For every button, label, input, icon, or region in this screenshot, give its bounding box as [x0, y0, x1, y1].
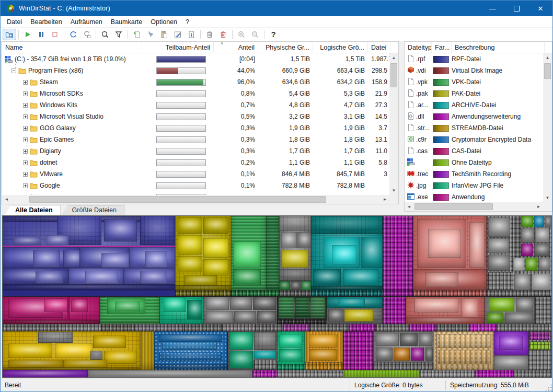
- treemap-block[interactable]: [376, 333, 399, 346]
- treemap-block[interactable]: [301, 281, 311, 290]
- file-type-row[interactable]: .vdiVirtual Disk Image: [405, 65, 543, 76]
- treemap-block[interactable]: [254, 351, 276, 359]
- treemap-block[interactable]: [14, 237, 41, 245]
- column-header-logical[interactable]: Logische Grö...: [313, 42, 368, 53]
- tree-row[interactable]: GOG Galaxy0,3%1,9 GiB1,9 GiB3.7: [2, 122, 389, 134]
- treemap-block[interactable]: [3, 284, 175, 290]
- treemap-block[interactable]: [184, 275, 217, 285]
- treemap-block[interactable]: [338, 298, 365, 306]
- treemap-block[interactable]: [535, 297, 552, 325]
- treemap-block[interactable]: [499, 336, 523, 350]
- menu-item-?[interactable]: ?: [181, 16, 193, 27]
- treemap-block[interactable]: [534, 216, 544, 227]
- treemap-block[interactable]: [521, 244, 533, 257]
- treemap-block[interactable]: [343, 370, 420, 377]
- treemap-block[interactable]: [494, 355, 528, 370]
- column-header-files[interactable]: Datei: [368, 42, 390, 53]
- help-button[interactable]: ?: [267, 29, 280, 40]
- treemap-block[interactable]: [222, 324, 255, 331]
- copy-path-button[interactable]: [130, 29, 144, 40]
- treemap-block[interactable]: [414, 298, 458, 313]
- treemap-block[interactable]: [203, 238, 228, 258]
- treemap-block[interactable]: [140, 271, 168, 284]
- refresh-selected-button[interactable]: [80, 29, 94, 40]
- tree-row[interactable]: [2, 191, 389, 195]
- treemap-block[interactable]: [88, 370, 252, 377]
- treemap-block[interactable]: [254, 332, 276, 350]
- treemap-block[interactable]: [104, 351, 137, 364]
- scroll-thumb[interactable]: [414, 203, 493, 210]
- treemap-block[interactable]: [277, 319, 327, 324]
- treemap-block[interactable]: [3, 290, 175, 296]
- treemap-block[interactable]: [145, 251, 167, 268]
- treemap-block[interactable]: [489, 298, 514, 312]
- treemap-block[interactable]: [295, 297, 309, 318]
- treemap-block[interactable]: [184, 324, 223, 331]
- file-type-row[interactable]: .rpfRPF-Datei: [405, 53, 543, 65]
- column-header-description[interactable]: Beschreibung: [452, 42, 545, 53]
- tree-row[interactable]: (C:) - 354,7 GiB frei von 1,8 TiB (19.0%…: [2, 53, 389, 65]
- tree-row[interactable]: VMware0,1%846,4 MiB845,7 MiB3: [2, 168, 389, 180]
- treemap-block[interactable]: [475, 370, 513, 377]
- treemap-block[interactable]: [497, 324, 551, 331]
- treemap-block[interactable]: [534, 244, 549, 257]
- treemap-block[interactable]: [140, 216, 175, 245]
- treemap-block[interactable]: [279, 335, 302, 348]
- file-type-row[interactable]: .casCAS-Datei: [405, 145, 543, 157]
- treemap-block[interactable]: [505, 313, 534, 323]
- treemap-block[interactable]: [535, 228, 549, 243]
- treemap-block[interactable]: [8, 343, 52, 358]
- treemap-block[interactable]: [47, 235, 68, 245]
- treemap-block[interactable]: [376, 324, 409, 331]
- treemap-block[interactable]: [178, 235, 202, 255]
- treemap-block[interactable]: [229, 351, 253, 368]
- treemap-block[interactable]: [279, 290, 311, 296]
- menu-item-aufrumen[interactable]: Aufräumen: [66, 16, 107, 27]
- expand-icon[interactable]: [23, 172, 28, 177]
- treemap-block[interactable]: [297, 232, 311, 248]
- treemap-block[interactable]: [175, 285, 231, 290]
- file-type-row[interactable]: .exeAnwendung: [405, 191, 543, 202]
- treemap-block[interactable]: [178, 217, 202, 234]
- treemap-block[interactable]: [281, 232, 296, 248]
- treemap-block[interactable]: [425, 272, 458, 287]
- treemap-block[interactable]: [140, 331, 154, 370]
- expand-icon[interactable]: [23, 126, 28, 131]
- menu-item-datei[interactable]: Datei: [3, 16, 26, 27]
- treemap-block[interactable]: [101, 324, 134, 331]
- command-prompt-button[interactable]: [171, 29, 185, 40]
- tree-row[interactable]: Microsoft SDKs0,8%5,4 GiB5,3 GiB21.9: [2, 88, 389, 99]
- file-type-row[interactable]: Ohne Dateityp: [405, 157, 543, 168]
- scroll-down-arrow[interactable]: ▼: [543, 193, 552, 202]
- column-header-subtree[interactable]: Teilbaum-Anteil: [142, 42, 214, 53]
- treemap-block[interactable]: [279, 297, 294, 318]
- treemap-block[interactable]: [488, 238, 509, 253]
- treemap-block[interactable]: [229, 332, 253, 350]
- treemap[interactable]: [2, 215, 552, 378]
- treemap-block[interactable]: [233, 269, 261, 285]
- treemap-block[interactable]: [279, 281, 290, 290]
- treemap-block[interactable]: [420, 370, 475, 377]
- treemap-block[interactable]: [521, 216, 533, 227]
- treemap-block[interactable]: [383, 290, 413, 296]
- treemap-block[interactable]: [164, 297, 186, 312]
- treemap-block[interactable]: [187, 300, 202, 319]
- treemap-block[interactable]: [234, 311, 256, 323]
- menu-item-bearbeiten[interactable]: Bearbeiten: [26, 16, 66, 27]
- treemap-block[interactable]: [344, 309, 373, 321]
- treemap-block[interactable]: [101, 253, 129, 268]
- treemap-block[interactable]: [376, 348, 393, 361]
- treemap-block[interactable]: [409, 324, 436, 331]
- stop-button[interactable]: [48, 29, 62, 40]
- treemap-block[interactable]: [277, 364, 305, 370]
- treemap-block[interactable]: [71, 299, 88, 312]
- treemap-block[interactable]: [513, 258, 524, 271]
- treemap-block[interactable]: [252, 370, 277, 377]
- treemap-block[interactable]: [394, 348, 410, 361]
- treemap-block[interactable]: [206, 311, 234, 323]
- treemap-block[interactable]: [525, 258, 537, 271]
- expand-icon[interactable]: [23, 137, 28, 142]
- open-scan-button[interactable]: [3, 29, 16, 40]
- treemap-block[interactable]: [545, 216, 551, 227]
- tree-row[interactable]: Epic Games0,3%1,8 GiB1,8 GiB13.1: [2, 134, 389, 145]
